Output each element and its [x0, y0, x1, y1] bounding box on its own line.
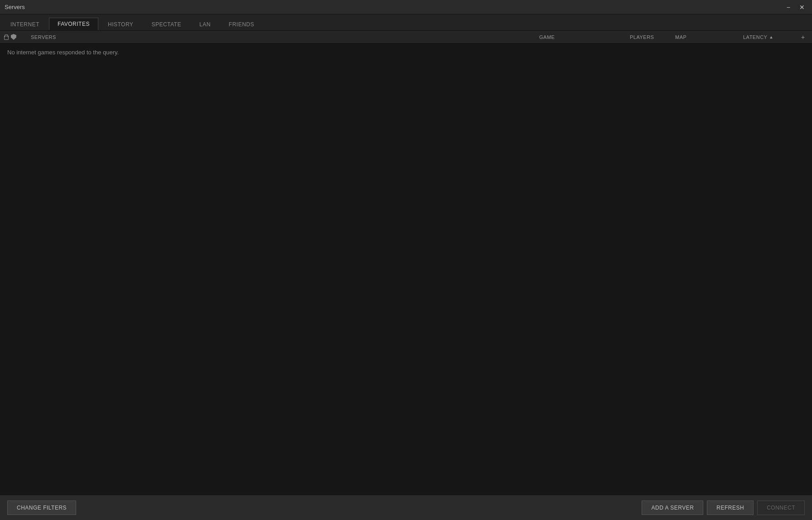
tab-history[interactable]: HISTORY	[99, 18, 142, 30]
tab-friends[interactable]: FRIENDS	[220, 18, 263, 30]
sort-arrow-icon: ▲	[769, 35, 773, 39]
tab-internet[interactable]: INTERNET	[2, 18, 48, 30]
title-bar: Servers − ✕	[0, 0, 812, 14]
tab-spectate[interactable]: SPECTATE	[143, 18, 190, 30]
column-game[interactable]: GAME	[539, 34, 630, 40]
connect-button[interactable]: CONNECT	[757, 501, 805, 515]
add-column-button[interactable]: +	[798, 34, 808, 41]
server-list: No internet games responded to the query…	[0, 43, 812, 495]
window-title: Servers	[5, 4, 25, 10]
column-map[interactable]: MAP	[675, 34, 743, 40]
minimize-button[interactable]: −	[784, 3, 793, 11]
refresh-button[interactable]: REFRESH	[707, 501, 754, 515]
column-icons	[4, 34, 31, 40]
footer-right: ADD A SERVER REFRESH CONNECT	[642, 501, 805, 515]
change-filters-button[interactable]: CHANGE FILTERS	[7, 501, 76, 515]
add-server-button[interactable]: ADD A SERVER	[642, 501, 703, 515]
column-latency[interactable]: LATENCY ▲	[743, 34, 798, 40]
tab-bar: INTERNET FAVORITES HISTORY SPECTATE LAN …	[0, 14, 812, 31]
shield-icon	[11, 34, 16, 40]
no-results-message: No internet games responded to the query…	[0, 43, 812, 61]
tab-lan[interactable]: LAN	[191, 18, 219, 30]
lock-icon	[4, 34, 8, 40]
footer-left: CHANGE FILTERS	[7, 501, 76, 515]
column-header: SERVERS GAME PLAYERS MAP LATENCY ▲ +	[0, 31, 812, 43]
close-button[interactable]: ✕	[797, 3, 807, 11]
window-controls: − ✕	[784, 3, 807, 11]
tab-favorites[interactable]: FAVORITES	[49, 18, 98, 30]
column-servers[interactable]: SERVERS	[31, 34, 539, 40]
footer: CHANGE FILTERS ADD A SERVER REFRESH CONN…	[0, 495, 812, 520]
column-players[interactable]: PLAYERS	[630, 34, 675, 40]
